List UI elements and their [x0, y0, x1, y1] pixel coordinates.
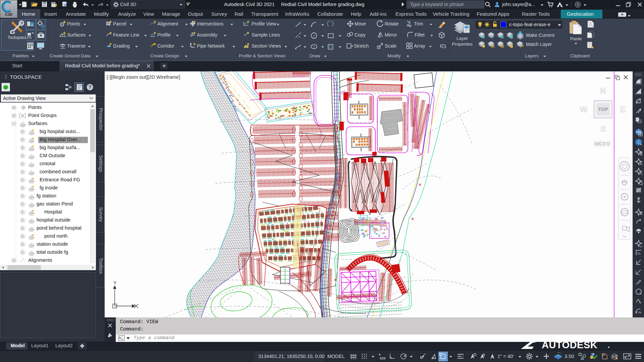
svg-text:TOP: TOP: [598, 106, 608, 112]
svg-text:WCS: WCS: [595, 141, 606, 146]
svg-text:?: ?: [89, 84, 92, 90]
svg-text:?: ?: [577, 2, 579, 7]
svg-text:A: A: [640, 162, 642, 166]
svg-text:C3D: C3D: [5, 12, 12, 16]
svg-text:AUTODESK: AUTODESK: [542, 342, 597, 350]
svg-text:Y: Y: [113, 280, 117, 286]
svg-text:E: E: [620, 105, 626, 114]
svg-text:W: W: [580, 105, 588, 114]
svg-text:[-][Begin zoom out][2D Wirefra: [-][Begin zoom out][2D Wireframe]: [107, 74, 180, 80]
svg-text:S: S: [600, 124, 606, 133]
svg-text:N: N: [600, 86, 606, 95]
